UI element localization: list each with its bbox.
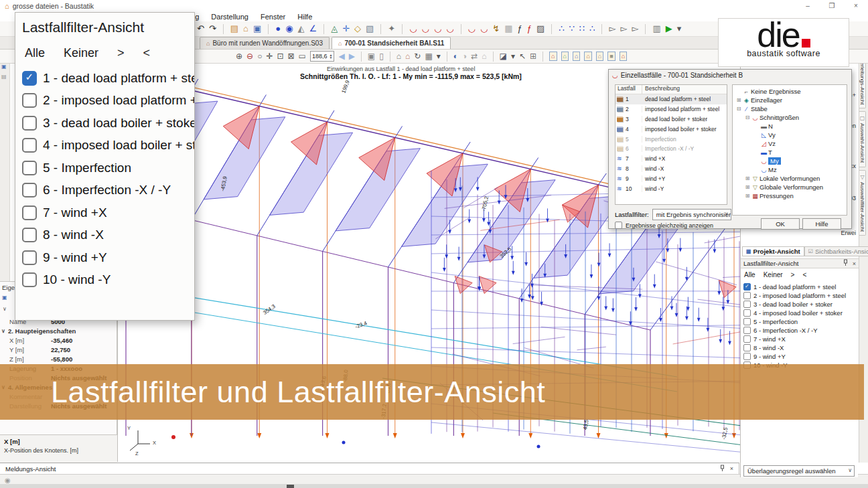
select-b-icon[interactable]: ▻ bbox=[620, 24, 627, 33]
print-icon[interactable]: ▣ bbox=[368, 52, 375, 61]
node-sphere-icon[interactable]: ● bbox=[275, 24, 281, 33]
sidebar-tab-sichtbarkeits-ansicht[interactable]: ☑Sichtbarkeits-Ansicht bbox=[804, 246, 868, 256]
expand-icon[interactable]: ⊟ bbox=[744, 114, 751, 120]
expand-icon[interactable]: ⊟ bbox=[735, 106, 742, 112]
sidebar-load-case-item-6[interactable]: 6 - Imperfection -X / -Y bbox=[743, 326, 857, 335]
grid-icon[interactable]: ▦ bbox=[425, 52, 432, 61]
chevron-down-icon[interactable]: ∨ bbox=[1, 328, 8, 334]
load-case-item-10[interactable]: 10 - wind -Y bbox=[15, 269, 194, 292]
sidebar-load-case-item-2[interactable]: 2 - imposed load platform + steel bbox=[743, 291, 857, 300]
lastfall-row-9[interactable]: ≋9wind +Y bbox=[616, 173, 727, 183]
rotate-icon[interactable]: ↻ bbox=[414, 52, 421, 61]
load-case-checkbox[interactable] bbox=[22, 138, 37, 153]
load-node-icon[interactable]: ◡ bbox=[480, 24, 488, 33]
nodes-c-icon[interactable]: ∷ bbox=[579, 24, 585, 33]
filter-link-Keiner[interactable]: Keiner bbox=[764, 271, 783, 278]
filter-link-Alle[interactable]: Alle bbox=[744, 271, 755, 278]
load-case-item-3[interactable]: 3 - dead load boiler + stoker bbox=[15, 112, 194, 135]
redo-icon[interactable]: ↷ bbox=[209, 24, 216, 33]
ok-button[interactable]: OK bbox=[761, 218, 800, 230]
lastfall-row-4[interactable]: 4imposed load boiler + stoker bbox=[616, 124, 727, 134]
load-case-item-2[interactable]: 2 - imposed load platform + steel bbox=[15, 90, 194, 112]
clip-icon[interactable]: ⊞ bbox=[530, 52, 536, 61]
close-icon[interactable]: × bbox=[730, 465, 733, 472]
filter-link-Keiner[interactable]: Keiner bbox=[64, 46, 98, 60]
sidebar-load-case-item-8[interactable]: 8 - wind -X bbox=[743, 343, 857, 352]
render-icon[interactable]: ◪ bbox=[500, 52, 507, 61]
zoom-level-spinner[interactable]: 188,6▲▼ bbox=[310, 51, 334, 62]
results-tree[interactable]: ⌐Keine Ergebnisse⊞◈Einzellager⊟∕Stäbe⊟◡S… bbox=[732, 84, 847, 216]
shade-icon[interactable]: ◐ bbox=[453, 52, 458, 61]
home-add-icon[interactable]: ⌂ bbox=[405, 52, 410, 61]
ghost-icon[interactable]: ◑ bbox=[462, 52, 467, 61]
tree-item-einzellager[interactable]: ⊞◈Einzellager bbox=[733, 96, 847, 104]
sidebar-load-case-item-1[interactable]: 1 - dead load platform + steel bbox=[743, 282, 857, 291]
tree-item-keine-ergebnisse[interactable]: ⌐Keine Ergebnisse bbox=[733, 87, 847, 96]
project-icon[interactable]: ▤ bbox=[230, 24, 238, 33]
lastfall-row-1[interactable]: 1dead load platform + steel bbox=[616, 94, 727, 104]
document-tab[interactable]: ⌂700-01 Standsicherheit BAI.S11 bbox=[332, 37, 451, 49]
load-case-checkbox[interactable] bbox=[743, 335, 751, 343]
loadcase-table[interactable]: Lastfall Beschreibung 1dead load platfor… bbox=[615, 84, 727, 205]
menu-item-darstellung[interactable]: Darstellung bbox=[211, 13, 248, 21]
property-row[interactable]: Y [m]22,750 bbox=[0, 345, 117, 354]
property-row[interactable]: X [m]-35,460 bbox=[0, 335, 117, 345]
edge-tab-auswahlfilter-ansicht[interactable]: ▽Auswahlfilter-Ansicht bbox=[859, 170, 866, 236]
region-icon[interactable]: ▧ bbox=[366, 24, 374, 33]
undo-icon[interactable]: ↶ bbox=[197, 24, 204, 33]
zoom-out-icon[interactable]: ⊖ bbox=[246, 52, 253, 61]
sidebar-load-case-item-3[interactable]: 3 - dead load boiler + stoker bbox=[743, 300, 857, 309]
pin-icon[interactable] bbox=[719, 465, 725, 473]
tree-item-lokale-verformungen[interactable]: ⊞▽Lokale Verformungen bbox=[733, 174, 847, 183]
tree-item-n[interactable]: ▬N bbox=[733, 122, 847, 131]
filter-link-arrow[interactable]: < bbox=[802, 271, 806, 278]
nodes-a-icon[interactable]: ∴ bbox=[559, 24, 564, 33]
menu-item-fenster[interactable]: Fenster bbox=[261, 13, 285, 21]
tree-item-mz[interactable]: ◡Mz bbox=[733, 165, 847, 174]
nodes-b-icon[interactable]: ∵ bbox=[569, 24, 575, 33]
mirror-icon[interactable]: ◭ bbox=[297, 24, 304, 33]
property-section[interactable]: ∨2. Haupteigenschaften bbox=[0, 326, 117, 335]
spinner-arrows-icon[interactable]: ▲▼ bbox=[329, 54, 332, 60]
load-case-checkbox[interactable] bbox=[743, 292, 751, 299]
measure-icon[interactable]: ◇ bbox=[354, 24, 361, 33]
load-case-item-5[interactable]: 5 - Imperfection bbox=[15, 157, 194, 179]
load-case-checkbox[interactable] bbox=[743, 318, 751, 325]
tree-item-pressungen[interactable]: ⊞▦Pressungen bbox=[733, 191, 847, 200]
load-case-checkbox[interactable] bbox=[743, 327, 751, 334]
nodes-d-icon[interactable]: ∴ bbox=[589, 24, 595, 33]
zoom-page-icon[interactable]: ▭ bbox=[299, 52, 306, 61]
home-view-icon[interactable]: ⌂ bbox=[396, 52, 401, 61]
property-row[interactable]: Z [m]-55,800 bbox=[0, 354, 117, 363]
minimize-button[interactable]: – bbox=[796, 0, 820, 12]
document-icon[interactable]: ▯ bbox=[379, 52, 384, 61]
filter-link-arrow[interactable]: > bbox=[791, 271, 795, 278]
sidebar-load-case-item-4[interactable]: 4 - imposed load boiler + stoker bbox=[743, 309, 857, 317]
home-off-icon[interactable]: ⌂ bbox=[482, 52, 486, 61]
lastfall-row-10[interactable]: ≋10wind -Y bbox=[616, 183, 727, 193]
viewport-preset-5-icon[interactable]: ⌂ bbox=[596, 52, 603, 61]
load-case-item-9[interactable]: 9 - wind +Y bbox=[15, 246, 194, 269]
link-icon[interactable]: ⇄ bbox=[471, 52, 478, 61]
viewport-preset-3-icon[interactable]: ⌂ bbox=[573, 52, 580, 61]
load-case-item-1[interactable]: 1 - dead load platform + steel bbox=[15, 67, 194, 90]
run-more-icon[interactable]: ▾ bbox=[677, 24, 682, 33]
home-icon[interactable]: ⌂ bbox=[243, 24, 248, 33]
load-member-icon[interactable]: ◡ bbox=[468, 24, 476, 33]
load-case-checkbox[interactable] bbox=[743, 344, 751, 351]
fx-icon[interactable]: ƒ bbox=[518, 24, 522, 33]
load-case-checkbox[interactable] bbox=[22, 116, 37, 131]
sidebar-load-case-item-7[interactable]: 7 - wind +X bbox=[743, 335, 857, 343]
close-icon[interactable]: × bbox=[853, 260, 856, 267]
chart-icon[interactable]: ▥ bbox=[652, 24, 660, 33]
tool-icon[interactable]: ✦ bbox=[388, 24, 395, 33]
grid-more-icon[interactable]: ▾ bbox=[437, 52, 441, 61]
filter-link-Alle[interactable]: Alle bbox=[25, 46, 45, 60]
select-a-icon[interactable]: ▻ bbox=[609, 24, 616, 33]
forward-icon[interactable]: ▶ bbox=[349, 52, 355, 61]
expand-icon[interactable]: ⊞ bbox=[744, 184, 751, 190]
flag-icon[interactable]: ▨ bbox=[536, 24, 545, 33]
menu-item-hilfe[interactable]: Hilfe bbox=[297, 13, 312, 21]
move-node-icon[interactable]: ✛ bbox=[342, 24, 350, 33]
zoom-object-icon[interactable]: ⊠ bbox=[288, 52, 295, 61]
